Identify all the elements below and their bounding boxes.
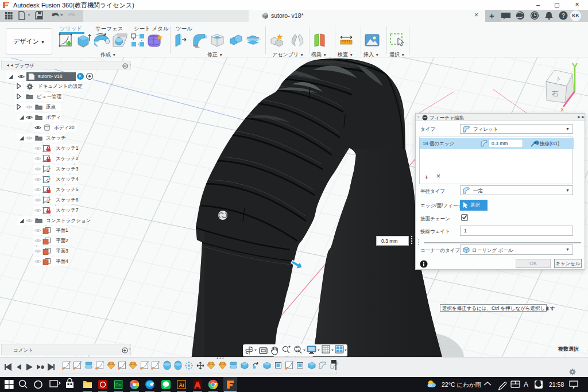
svg-text:?: ? — [562, 13, 565, 19]
svg-text:右: 右 — [551, 90, 559, 98]
svg-text:Ai: Ai — [179, 382, 184, 388]
svg-text:X: X — [560, 107, 564, 112]
svg-text:Dn: Dn — [115, 382, 121, 387]
svg-text:ト: ト — [555, 75, 562, 83]
svg-text:22°C にわか雨: 22°C にわか雨 — [442, 381, 482, 388]
svg-text:21:58: 21:58 — [549, 381, 564, 388]
svg-text:A: A — [524, 381, 528, 389]
